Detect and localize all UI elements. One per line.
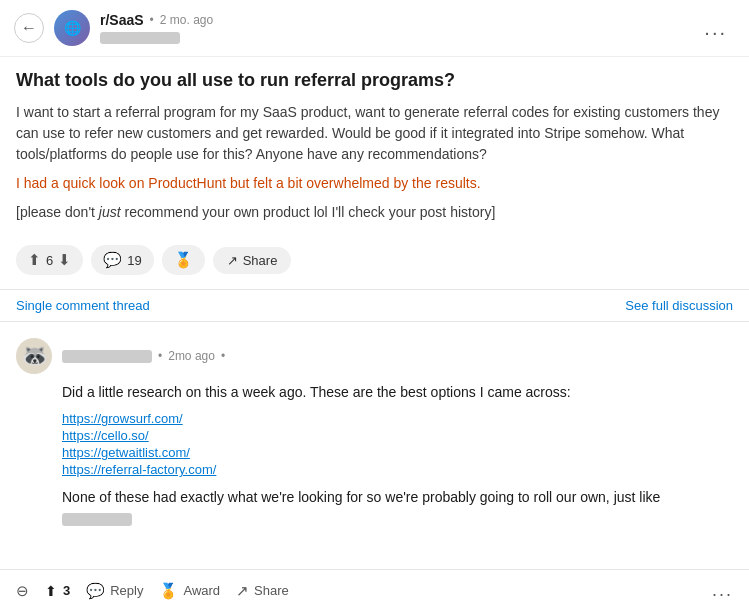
share-icon: ↗ — [227, 253, 238, 268]
bottom-vote-group: ⬆ 3 — [45, 583, 70, 599]
subreddit-avatar: 🌐 — [54, 10, 90, 46]
post-title: What tools do you all use to run referra… — [16, 69, 733, 92]
header-left: ← 🌐 r/SaaS • 2 mo. ago — [14, 10, 213, 46]
username-blur — [100, 32, 180, 44]
italic-suffix: recommend your own product lol I'll chec… — [121, 204, 496, 220]
bottom-downvote-icon[interactable]: ⊖ — [16, 582, 29, 600]
post-username — [100, 28, 213, 44]
post-body: I want to start a referral program for m… — [16, 102, 733, 165]
comment-icon: 💬 — [103, 251, 122, 269]
bottom-more-button[interactable]: ... — [712, 580, 733, 601]
bottom-vote-count: 3 — [63, 583, 70, 598]
comment-header: 🦝 • 2mo ago • — [16, 338, 733, 374]
comment-link-2[interactable]: https://getwaitlist.com/ — [62, 445, 733, 460]
see-full-discussion[interactable]: See full discussion — [625, 298, 733, 313]
avatar-icon: 🌐 — [64, 20, 81, 36]
share-label-bottom: Share — [254, 583, 289, 598]
upvote-icon[interactable]: ⬆ — [28, 251, 41, 269]
comment-avatar: 🦝 — [16, 338, 52, 374]
vote-count: 6 — [46, 253, 53, 268]
thread-divider: Single comment thread See full discussio… — [0, 289, 749, 322]
italic-prefix: [please don't — [16, 204, 99, 220]
post-body-secondary: I had a quick look on ProductHunt but fe… — [16, 173, 733, 194]
bottom-share-icon: ↗ — [236, 582, 249, 600]
bottom-award-button[interactable]: 🏅 Award — [159, 582, 220, 600]
meta-dot: • — [158, 349, 162, 363]
comment-meta: • 2mo ago • — [62, 349, 225, 363]
bottom-reply-button[interactable]: 💬 Reply — [86, 582, 143, 600]
comments-pill[interactable]: 💬 19 — [91, 245, 153, 275]
back-icon: ← — [21, 19, 37, 37]
share-pill[interactable]: ↗ Share — [213, 247, 292, 274]
bottom-bar: ⊖ ⬆ 3 💬 Reply 🏅 Award ↗ Share ... — [0, 569, 749, 611]
comment-count: 19 — [127, 253, 141, 268]
comment-username — [62, 350, 152, 363]
post-body-italic: [please don't just recommend your own pr… — [16, 202, 733, 223]
italic-word: just — [99, 204, 121, 220]
award-pill[interactable]: 🏅 — [162, 245, 205, 275]
downvote-icon[interactable]: ⬇ — [58, 251, 71, 269]
award-label: Award — [183, 583, 220, 598]
comment-body-wrap: Did a little research on this a week ago… — [62, 382, 733, 529]
separator-dot: • — [150, 13, 154, 27]
comment-footer: None of these had exactly what we're loo… — [62, 487, 733, 529]
meta-dot2: • — [221, 349, 225, 363]
comment-link-1[interactable]: https://cello.so/ — [62, 428, 733, 443]
post-content: What tools do you all use to run referra… — [0, 57, 749, 223]
bottom-upvote-icon[interactable]: ⬆ — [45, 583, 57, 599]
vote-pill[interactable]: ⬆ 6 ⬇ — [16, 245, 83, 275]
subreddit-name-row: r/SaaS • 2 mo. ago — [100, 12, 213, 28]
comment-body: Did a little research on this a week ago… — [62, 382, 733, 403]
back-button[interactable]: ← — [14, 13, 44, 43]
comment-links: https://growsurf.com/ https://cello.so/ … — [62, 411, 733, 477]
reply-icon: 💬 — [86, 582, 105, 600]
footer-text: None of these had exactly what we're loo… — [62, 489, 660, 505]
post-header: ← 🌐 r/SaaS • 2 mo. ago ... — [0, 0, 749, 57]
subreddit-info: r/SaaS • 2 mo. ago — [100, 12, 213, 44]
bottom-award-icon: 🏅 — [159, 582, 178, 600]
thread-label: Single comment thread — [16, 298, 150, 313]
more-options-button[interactable]: ... — [696, 13, 735, 44]
comment-time: 2mo ago — [168, 349, 215, 363]
subreddit-name: r/SaaS — [100, 12, 144, 28]
comment-section: 🦝 • 2mo ago • Did a little research on t… — [0, 326, 749, 545]
award-icon: 🏅 — [174, 251, 193, 269]
share-label: Share — [243, 253, 278, 268]
bottom-downvote[interactable]: ⊖ — [16, 582, 29, 600]
comment-link-3[interactable]: https://referral-factory.com/ — [62, 462, 733, 477]
bottom-share-button[interactable]: ↗ Share — [236, 582, 289, 600]
comment-mention — [62, 513, 132, 526]
comment-link-0[interactable]: https://growsurf.com/ — [62, 411, 733, 426]
reply-label: Reply — [110, 583, 143, 598]
post-action-bar: ⬆ 6 ⬇ 💬 19 🏅 ↗ Share — [0, 235, 749, 285]
post-time: 2 mo. ago — [160, 13, 213, 27]
avatar-emoji: 🦝 — [21, 343, 48, 369]
